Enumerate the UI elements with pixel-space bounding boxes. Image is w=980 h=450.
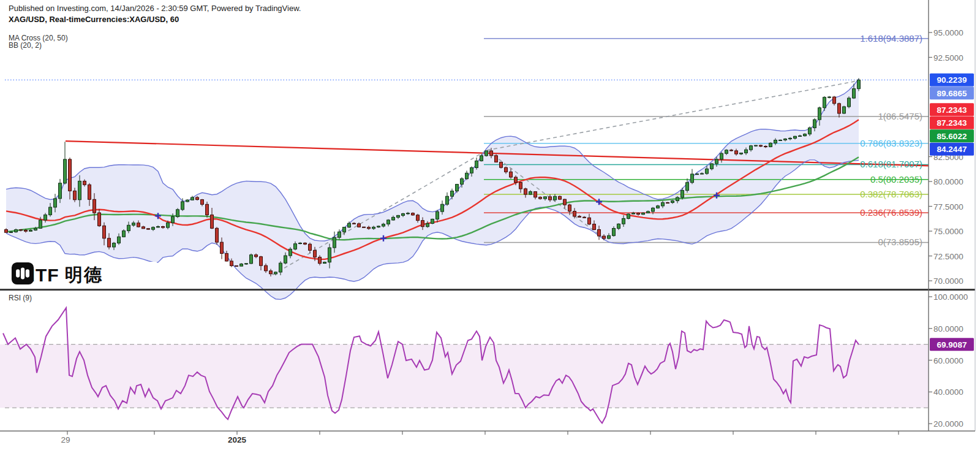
candle-up <box>29 230 32 231</box>
candle-down <box>519 183 522 189</box>
candle-up <box>804 134 807 136</box>
candle-down <box>603 236 606 238</box>
candle-up <box>608 235 611 238</box>
candle-up <box>152 227 155 229</box>
candle-down <box>730 150 733 151</box>
price-badge-label: 87.2343 <box>937 105 967 115</box>
candle-down <box>505 167 508 172</box>
candle-down <box>230 261 233 266</box>
candle-up <box>191 197 194 200</box>
candle-up <box>715 159 718 164</box>
candle-down <box>833 97 836 104</box>
price-badge-label: 90.2239 <box>937 75 967 85</box>
candle-down <box>583 217 586 218</box>
candle-down <box>142 227 145 229</box>
chart-canvas: 1.618(94.3887)1(86.5475)0.786(83.8323)0.… <box>0 0 980 450</box>
candle-up <box>44 215 47 220</box>
indicator-label-bb[interactable]: BB (20, 2) <box>9 41 42 50</box>
candle-up <box>343 227 346 232</box>
candle-up <box>466 173 469 178</box>
fib-level-label-0.382: 0.382(78.7063) <box>860 189 922 199</box>
candle-up <box>186 200 189 202</box>
candle-down <box>83 181 86 185</box>
candle-up <box>113 243 116 247</box>
candle-up <box>15 230 18 232</box>
candle-up <box>294 244 297 250</box>
time-axis-label: 2025 <box>228 435 247 444</box>
candle-up <box>456 185 459 191</box>
candle-up <box>348 223 351 227</box>
candle-up <box>299 243 302 243</box>
candle-down <box>216 228 219 242</box>
candle-up <box>127 225 130 231</box>
fib-level-label-0.236: 0.236(76.8539) <box>860 207 922 218</box>
rsi-band-fill <box>0 345 929 408</box>
candle-up <box>554 196 557 200</box>
published-line: Published on Investing.com, 14/Jan/2026 … <box>9 4 301 13</box>
candle-up <box>696 174 699 175</box>
candle-up <box>78 181 81 199</box>
candle-up <box>769 143 772 147</box>
candle-up <box>480 156 483 161</box>
candle-down <box>147 229 150 229</box>
candle-up <box>642 213 645 214</box>
candle-down <box>588 218 591 224</box>
candle-down <box>564 199 567 205</box>
candle-up <box>612 229 616 236</box>
candle-down <box>363 227 366 227</box>
rsi-axis-label: 60.0000 <box>933 356 963 365</box>
candle-up <box>828 97 831 97</box>
candle-up <box>710 164 714 169</box>
price-badge-label: 85.6022 <box>937 132 967 141</box>
candle-down <box>495 156 498 162</box>
candle-down <box>137 223 140 227</box>
candle-up <box>49 207 52 215</box>
candle-down <box>735 151 738 154</box>
candle-down <box>69 159 72 191</box>
candle-up <box>627 214 630 218</box>
candle-up <box>181 202 184 210</box>
candle-up <box>823 97 826 108</box>
candle-down <box>524 189 527 194</box>
fib-level-label-0.5: 0.5(80.2035) <box>870 174 922 185</box>
candle-up <box>617 224 620 228</box>
price-axis-label: 70.0000 <box>933 276 963 286</box>
candle-down <box>304 243 307 244</box>
candle-up <box>54 199 57 207</box>
candle-down <box>221 242 224 253</box>
candle-up <box>157 227 160 227</box>
candle-down <box>666 202 669 203</box>
candle-up <box>167 223 170 227</box>
candle-up <box>657 206 660 208</box>
candle-up <box>382 224 385 226</box>
time-axis-scale[interactable] <box>0 431 975 449</box>
candle-up <box>809 128 812 134</box>
candle-down <box>358 224 361 227</box>
candle-up <box>446 196 449 204</box>
candle-down <box>108 238 111 247</box>
panel-separator[interactable] <box>0 289 975 291</box>
candle-down <box>637 213 640 215</box>
candle-down <box>368 227 371 229</box>
candle-down <box>421 221 424 227</box>
indicator-label-rsi[interactable]: RSI (9) <box>9 294 32 302</box>
candle-up <box>701 174 704 174</box>
candle-up <box>284 256 287 263</box>
candle-up <box>858 80 861 88</box>
candle-up <box>706 169 709 174</box>
candle-up <box>426 223 429 226</box>
candle-up <box>544 197 547 199</box>
candle-up <box>387 220 390 224</box>
candle-down <box>98 213 101 226</box>
fib-level-label-0.618: 0.618(81.7007) <box>860 159 922 169</box>
price-axis-scale[interactable] <box>929 0 975 431</box>
candle-down <box>103 226 106 238</box>
candle-down <box>5 230 8 233</box>
candle-up <box>250 255 253 264</box>
price-axis-label: 92.5000 <box>933 53 963 63</box>
candle-up <box>240 264 243 267</box>
candle-up <box>328 248 331 262</box>
candle-down <box>568 205 571 211</box>
candle-up <box>813 120 816 128</box>
candle-up <box>39 220 42 228</box>
